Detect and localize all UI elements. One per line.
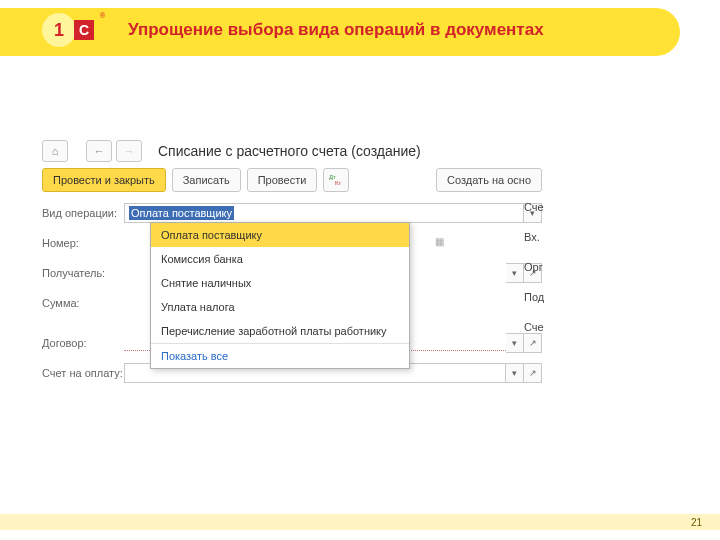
op-type-dropdown-list: Оплата поставщику Комиссия банка Снятие … <box>150 222 410 369</box>
logo-registered: ® <box>100 12 105 19</box>
right-label-5: Сче <box>524 316 544 338</box>
nav-row: ⌂ ← → Списание с расчетного счета (созда… <box>42 140 542 162</box>
footer-stripe <box>0 514 720 530</box>
label-number: Номер: <box>42 237 124 249</box>
payee-dropdown[interactable]: ▾ <box>506 263 524 283</box>
dtkt-icon: Дт Кт <box>329 173 343 187</box>
home-button[interactable]: ⌂ <box>42 140 68 162</box>
slide-title: Упрощение выбора вида операций в докумен… <box>128 20 544 40</box>
post-and-close-button[interactable]: Провести и закрыть <box>42 168 166 192</box>
save-button[interactable]: Записать <box>172 168 241 192</box>
post-button[interactable]: Провести <box>247 168 318 192</box>
label-payee: Получатель: <box>42 267 124 279</box>
right-label-4: Под <box>524 286 544 308</box>
create-based-on-button[interactable]: Создать на осно <box>436 168 542 192</box>
page-number: 21 <box>691 517 702 528</box>
label-sum: Сумма: <box>42 297 124 309</box>
calendar-icon[interactable]: ▦ <box>432 234 446 248</box>
contract-dropdown[interactable]: ▾ <box>506 333 524 353</box>
op-type-input[interactable]: Оплата поставщику <box>124 203 524 223</box>
row-op-type: Вид операции: Оплата поставщику ▾ <box>42 202 542 224</box>
right-labels-column: Сче Вх. Орг Под Сче <box>524 196 544 338</box>
invoice-open[interactable]: ↗ <box>524 363 542 383</box>
forward-button[interactable]: → <box>116 140 142 162</box>
label-contract: Договор: <box>42 337 124 349</box>
back-button[interactable]: ← <box>86 140 112 162</box>
logo-1c: 1 C ® <box>42 10 100 50</box>
logo-c: C <box>74 20 94 40</box>
logo-1: 1 <box>42 13 76 47</box>
label-invoice: Счет на оплату: <box>42 367 124 379</box>
dd-item-2[interactable]: Снятие наличных <box>151 271 409 295</box>
invoice-dropdown[interactable]: ▾ <box>506 363 524 383</box>
right-label-2: Вх. <box>524 226 544 248</box>
dtkt-icon-button[interactable]: Дт Кт <box>323 168 349 192</box>
label-op-type: Вид операции: <box>42 207 124 219</box>
right-label-1: Сче <box>524 196 544 218</box>
document-title: Списание с расчетного счета (создание) <box>158 143 421 159</box>
right-label-3: Орг <box>524 256 544 278</box>
dd-item-1[interactable]: Комиссия банка <box>151 247 409 271</box>
dd-item-3[interactable]: Уплата налога <box>151 295 409 319</box>
toolbar: Провести и закрыть Записать Провести Дт … <box>42 168 542 192</box>
dd-show-all[interactable]: Показать все <box>151 343 409 368</box>
svg-text:Кт: Кт <box>335 180 341 186</box>
dd-item-4[interactable]: Перечисление заработной платы работнику <box>151 319 409 343</box>
dd-item-0[interactable]: Оплата поставщику <box>151 223 409 247</box>
